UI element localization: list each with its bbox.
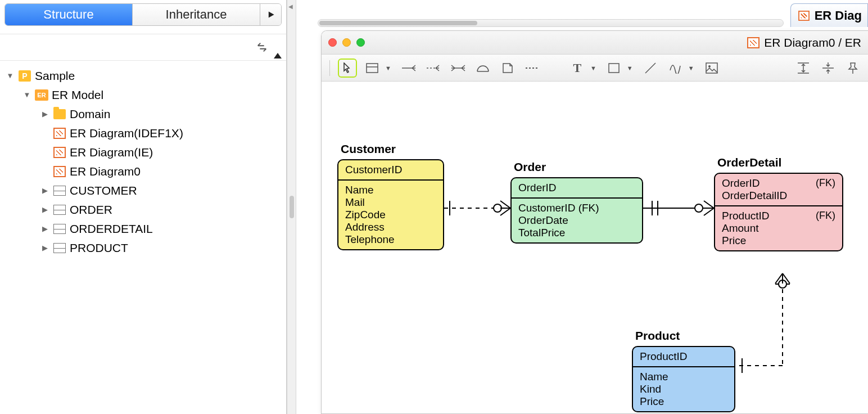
tree-diag-ie-label: ER Diagram(IE) xyxy=(70,143,153,162)
tree-diag0-label: ER Diagram0 xyxy=(70,162,141,181)
attr-field: Price xyxy=(640,395,727,408)
close-button[interactable] xyxy=(328,38,337,47)
attr-field: Name xyxy=(640,371,727,383)
line-tool[interactable] xyxy=(643,61,658,75)
entity-title: OrderDetail xyxy=(717,156,843,169)
table-icon xyxy=(53,186,66,196)
tree-product[interactable]: ▶ PRODUCT xyxy=(6,238,283,258)
chevron-down-icon[interactable]: ▼ xyxy=(6,66,15,86)
fk-badge: (FK) xyxy=(816,177,835,190)
entity-tool[interactable] xyxy=(365,61,379,75)
align-center-tool[interactable] xyxy=(821,61,835,75)
tree-diagram-0[interactable]: ER Diagram0 xyxy=(6,162,283,181)
note-tool[interactable] xyxy=(500,61,515,75)
subtype-tool[interactable] xyxy=(476,61,490,75)
window-title: ER Diagram0 / ER xyxy=(764,36,861,50)
tree-customer[interactable]: ▶ CUSTOMER xyxy=(6,181,283,200)
svg-rect-9 xyxy=(609,64,619,73)
identifying-relation-tool[interactable] xyxy=(401,61,416,75)
tree-domain-label: Domain xyxy=(70,105,110,124)
chevron-down-icon[interactable]: ▼ xyxy=(22,86,31,105)
entity-title: Order xyxy=(514,160,643,174)
dropdown-icon[interactable]: ▼ xyxy=(627,65,633,71)
zoom-button[interactable] xyxy=(356,38,365,47)
entity-title: Customer xyxy=(341,142,444,156)
dropdown-icon[interactable]: ▼ xyxy=(688,65,694,71)
tree-toolbar xyxy=(0,34,286,61)
tree-domain[interactable]: ▶ Domain xyxy=(6,105,283,124)
pk-field: OrderID xyxy=(722,177,760,190)
svg-point-12 xyxy=(708,65,711,68)
svg-rect-11 xyxy=(706,63,717,73)
chevron-right-icon[interactable]: ▶ xyxy=(40,105,49,124)
grip-icon xyxy=(290,196,294,218)
document-tab-label: ER Diag xyxy=(815,8,862,23)
entity-title: Product xyxy=(635,329,735,343)
diagram-toolbar: ▼ T ▼ ▼ xyxy=(322,55,868,82)
tree-root[interactable]: ▼ P Sample xyxy=(6,66,283,86)
tree-order[interactable]: ▶ ORDER xyxy=(6,200,283,219)
pk-field: OrderDetailID xyxy=(722,190,835,202)
attr-field: ProductID xyxy=(722,210,769,222)
tab-structure[interactable]: Structure xyxy=(5,4,132,25)
attr-field: TotalPrice xyxy=(518,227,635,239)
pointer-tool[interactable] xyxy=(340,61,355,75)
collapse-left-icon[interactable]: ◀ xyxy=(288,3,293,10)
chevron-right-icon[interactable]: ▶ xyxy=(40,219,49,238)
attr-field: CustomerID (FK) xyxy=(518,202,635,214)
chevron-right-icon[interactable]: ▶ xyxy=(40,238,49,258)
sync-icon[interactable] xyxy=(255,40,269,55)
attr-field: Amount xyxy=(722,222,835,235)
pin-tool[interactable] xyxy=(846,61,860,75)
svg-point-22 xyxy=(695,204,703,212)
tree-diagram-ie[interactable]: ER Diagram(IE) xyxy=(6,143,283,162)
tree-ermodel[interactable]: ▼ ER ER Model xyxy=(6,86,283,105)
tree-order-label: ORDER xyxy=(70,200,112,219)
text-tool[interactable]: T xyxy=(570,61,585,75)
nonidentifying-relation-tool[interactable] xyxy=(426,61,441,75)
tab-inheritance[interactable]: Inheritance xyxy=(132,4,260,25)
attr-field: Price xyxy=(722,235,835,247)
table-icon xyxy=(53,205,66,215)
pk-field: ProductID xyxy=(633,347,734,367)
table-icon xyxy=(53,224,66,234)
horizontal-scrollbar[interactable] xyxy=(318,19,784,27)
many-many-tool[interactable] xyxy=(451,61,465,75)
tab-more-icon[interactable] xyxy=(260,4,281,25)
entity-customer[interactable]: Customer CustomerID Name Mail ZipCode Ad… xyxy=(337,142,444,250)
minimize-button[interactable] xyxy=(342,38,351,47)
tree-root-label: Sample xyxy=(35,66,75,86)
er-icon: ER xyxy=(35,89,48,101)
tree-product-label: PRODUCT xyxy=(70,238,128,258)
rect-tool[interactable] xyxy=(607,61,621,75)
entity-orderdetail[interactable]: OrderDetail OrderID(FK) OrderDetailID Pr… xyxy=(714,156,843,251)
entity-order[interactable]: Order OrderID CustomerID (FK) OrderDate … xyxy=(510,160,643,244)
diagram-canvas[interactable]: Customer CustomerID Name Mail ZipCode Ad… xyxy=(322,82,868,413)
freehand-tool[interactable] xyxy=(668,61,682,75)
fk-badge: (FK) xyxy=(816,210,835,222)
tree-orderdetail[interactable]: ▶ ORDERDETAIL xyxy=(6,219,283,238)
attr-field: Address xyxy=(345,221,436,233)
attr-field: Mail xyxy=(345,196,436,209)
splitter[interactable]: ◀ xyxy=(287,0,296,414)
collapse-marker-icon[interactable] xyxy=(274,50,282,61)
diagram-icon xyxy=(53,147,66,158)
attr-field: OrderDate xyxy=(518,214,635,227)
entity-product[interactable]: Product ProductID Name Kind Price xyxy=(632,329,735,412)
diagram-icon xyxy=(53,166,66,177)
titlebar: ER Diagram0 / ER xyxy=(322,31,868,55)
chevron-right-icon[interactable]: ▶ xyxy=(40,200,49,219)
attr-field: Name xyxy=(345,184,436,196)
document-tab[interactable]: ER Diag xyxy=(790,3,868,27)
tree-ermodel-label: ER Model xyxy=(52,86,103,105)
chevron-right-icon[interactable]: ▶ xyxy=(40,181,49,200)
dropdown-icon[interactable]: ▼ xyxy=(590,65,596,71)
editor-area: ER Diag ER Diagram0 / ER ▼ xyxy=(296,0,868,414)
align-vertical-tool[interactable] xyxy=(796,61,811,75)
tree-diagram-idef1x[interactable]: ER Diagram(IDEF1X) xyxy=(6,124,283,143)
dash-tool[interactable] xyxy=(525,61,540,75)
folder-icon xyxy=(53,109,66,119)
image-tool[interactable] xyxy=(704,61,719,75)
tree-diag-idef1x-label: ER Diagram(IDEF1X) xyxy=(70,124,183,143)
dropdown-icon[interactable]: ▼ xyxy=(385,65,391,71)
